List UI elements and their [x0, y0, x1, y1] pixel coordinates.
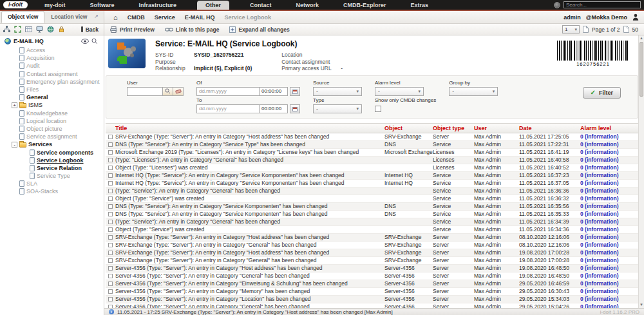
cell-alarm-level[interactable]: 0 (information) [580, 272, 638, 279]
cell-alarm-level[interactable]: 0 (information) [580, 257, 638, 263]
cell-alarm-level[interactable]: 0 (information) [580, 195, 638, 202]
row-checkbox[interactable] [108, 204, 113, 209]
row-checkbox[interactable] [108, 274, 113, 278]
logbook-table-row[interactable]: Internet HQ (Type: "Service"): An entry … [106, 172, 638, 180]
tree-category-item[interactable]: Service assignment [3, 133, 104, 140]
tree-category-item[interactable]: + ISMS [3, 101, 104, 109]
tree-category-item[interactable]: Knowledgebase [3, 110, 104, 117]
row-checkbox[interactable] [108, 297, 113, 301]
row-checkbox[interactable] [108, 227, 113, 232]
globe-icon[interactable] [47, 26, 54, 33]
cell-alarm-level[interactable]: 0 (information) [580, 265, 638, 271]
main-menu-item[interactable]: Infrastructure [135, 1, 181, 10]
logbook-table-row[interactable]: Server-4356 (Type: "Server"): An entry i… [106, 280, 638, 288]
logbook-table-row[interactable]: SRV-Exchange (Type: "Server"): An entry … [106, 242, 638, 249]
cell-alarm-level[interactable]: 0 (information) [580, 242, 638, 248]
help-badge-icon[interactable] [554, 2, 560, 8]
tree-expander-icon[interactable]: - [12, 142, 17, 148]
cell-alarm-level[interactable]: 0 (information) [580, 234, 638, 240]
main-menu-item[interactable]: Contact [246, 1, 276, 10]
row-checkbox[interactable] [108, 142, 113, 147]
view-tab[interactable]: Object view [1, 11, 44, 23]
main-menu-item[interactable]: Network [292, 1, 323, 10]
popout-icon[interactable]: ↗ [94, 14, 641, 19]
row-checkbox[interactable] [108, 251, 113, 255]
cell-alarm-level[interactable]: 0 (information) [580, 141, 638, 148]
date-from-input[interactable] [196, 87, 260, 96]
vertical-scrollbar[interactable]: ▲ ▼ [638, 35, 644, 308]
logbook-table-row[interactable]: (Type: "Service"): An entry in Category … [106, 218, 638, 226]
user-search-button[interactable] [163, 87, 173, 96]
tree-category-item[interactable]: SOA-Stacks [3, 187, 104, 195]
tree-category-item[interactable]: Service components [3, 148, 104, 156]
main-menu-item[interactable]: Other [197, 1, 229, 10]
logbook-table-row[interactable]: SRV-Exchange (Type: "Server"): An entry … [106, 249, 638, 257]
table-column-header[interactable]: Object type [433, 125, 474, 131]
type-select[interactable]: -▾ [313, 104, 362, 113]
row-checkbox[interactable] [108, 189, 113, 193]
logbook-table-row[interactable]: Microsoft Exchange 2019 (Type: "Licenses… [106, 149, 638, 157]
time-from-value[interactable]: 00:00:00 [260, 87, 288, 96]
row-checkbox[interactable] [108, 181, 113, 186]
logbook-table-row[interactable]: DNS (Type: "Service"): An entry in Categ… [106, 211, 638, 218]
table-column-header[interactable]: User [474, 125, 519, 131]
tree-category-item[interactable]: Service Type [3, 172, 104, 180]
print-preview-button[interactable]: Print Preview [110, 26, 155, 33]
scrollbar-thumb[interactable] [639, 42, 643, 97]
row-checkbox[interactable] [108, 282, 113, 286]
tree-category-item[interactable]: - Services [3, 140, 104, 148]
monitor-icon[interactable] [36, 26, 43, 33]
calendar-from-button[interactable] [290, 87, 300, 96]
tree-category-item[interactable]: Object picture [3, 125, 104, 133]
tree-view-icon[interactable] [3, 26, 10, 33]
logbook-table-row[interactable]: SRV-Exchange (Type: "Server"): An entry … [106, 234, 638, 242]
cell-alarm-level[interactable]: 0 (information) [580, 249, 638, 256]
idoit-logo[interactable]: i-doit [3, 1, 28, 8]
group-by-select[interactable]: -▾ [449, 87, 498, 96]
row-checkbox[interactable] [108, 243, 113, 247]
service-object-image[interactable] [108, 39, 146, 68]
cell-alarm-level[interactable]: 0 (information) [580, 211, 638, 217]
logbook-table-row[interactable]: SRV-Exchange (Type: "Server"): An entry … [106, 133, 638, 141]
cell-alarm-level[interactable]: 0 (information) [580, 296, 638, 302]
filter-button[interactable]: ✓ Filter [583, 87, 621, 99]
tree-root-object[interactable]: E-MAIL HQ [3, 37, 104, 46]
row-checkbox[interactable] [108, 196, 113, 201]
user-clear-button[interactable] [173, 87, 184, 96]
cell-alarm-level[interactable]: 0 (information) [580, 164, 638, 171]
table-column-header[interactable]: Date [519, 125, 580, 131]
page-size[interactable]: 50 [632, 26, 638, 33]
tree-category-item[interactable]: Service Relation [3, 164, 104, 172]
magnifier-icon[interactable] [91, 38, 98, 44]
cell-alarm-level[interactable]: 0 (information) [580, 133, 638, 140]
expand-all-changes-button[interactable]: Expand all changes [229, 26, 289, 33]
tree-expander-icon[interactable]: + [12, 102, 17, 108]
main-menu-item[interactable]: Software [86, 1, 118, 10]
table-column-header[interactable]: Title [115, 125, 384, 131]
cell-alarm-level[interactable]: 0 (information) [580, 157, 638, 163]
row-checkbox[interactable] [108, 150, 113, 155]
row-checkbox[interactable] [108, 158, 113, 162]
logbook-table-row[interactable]: Object (Type: "Service") was created Ser… [106, 226, 638, 234]
expand-tree-icon[interactable] [14, 26, 21, 33]
logbook-table-row[interactable]: (Type: "Service"): An entry in Category … [106, 187, 638, 195]
tree-category-item[interactable]: General [3, 93, 104, 101]
row-checkbox[interactable] [108, 173, 113, 178]
eye-icon[interactable] [81, 39, 89, 44]
main-menu-item[interactable]: CMDB-Explorer [339, 1, 390, 10]
page-size-icon[interactable] [623, 26, 629, 33]
cell-alarm-level[interactable]: 0 (information) [580, 149, 638, 155]
time-to-value[interactable]: 00:00:00 [260, 104, 288, 113]
cell-alarm-level[interactable]: 0 (information) [580, 203, 638, 209]
logbook-table-row[interactable]: Object (Type: "Service") was created Ser… [106, 195, 638, 203]
row-checkbox[interactable] [108, 258, 113, 263]
link-to-page-button[interactable]: Link to this page [165, 26, 220, 33]
list-view-icon[interactable] [25, 26, 32, 33]
cell-alarm-level[interactable]: 0 (information) [580, 280, 638, 287]
source-select[interactable]: -▾ [313, 87, 362, 96]
row-checkbox[interactable] [108, 166, 113, 170]
logbook-table-row[interactable]: (Type: "Licenses"): An entry in Category… [106, 157, 638, 164]
cell-alarm-level[interactable]: 0 (information) [580, 218, 638, 225]
lock-icon[interactable] [58, 26, 65, 33]
tree-category-item[interactable]: Logical location [3, 117, 104, 125]
